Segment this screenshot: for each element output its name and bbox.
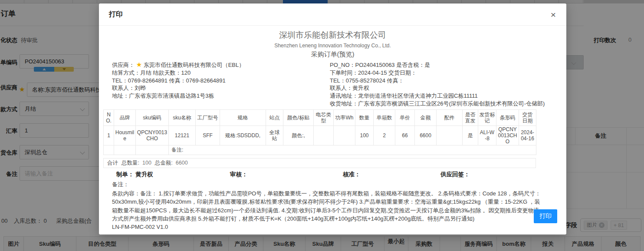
supplier-signature: 供应回签： <box>440 171 470 178</box>
supplier-name: 东莞市佰仕通数码科技有限公司（EBL） <box>144 62 245 68</box>
header-cell: 品牌 <box>114 109 136 126</box>
modal-header: 打印 <box>99 3 566 26</box>
print-button[interactable]: 打印 <box>534 209 557 223</box>
cell-no: 1 <box>104 126 114 145</box>
buyer-contact-line: 联系人：黄升权 <box>330 84 545 92</box>
approve-signature: 核准： <box>343 171 440 178</box>
header-cell: sku名称 <box>169 109 196 126</box>
cell-battery-type <box>314 126 334 145</box>
header-cell: 交货日期 <box>519 109 536 126</box>
empty-cell <box>114 145 136 155</box>
header-cell: 单价 <box>395 109 415 126</box>
cell-accessory <box>437 126 463 145</box>
item-remark-label: 备注: <box>169 145 536 155</box>
cell-ship-mark: ALI-W-8 <box>478 126 496 145</box>
item-remark-row: 备注: <box>104 145 536 155</box>
table-header-row: NO. 品牌 sku编码 sku名称 工厂型号 规格 站点 颜色/标贴 电芯类型… <box>104 109 536 126</box>
header-cell: 规格 <box>220 109 266 126</box>
company-block: 深圳市乐能创新技术有限公司 Shenzhen Leneng Innovation… <box>99 30 566 59</box>
buyer-info-column: PO_NO：PO2404150063 是否含税：是 下单时间：2024-04-1… <box>330 61 545 108</box>
header-cell: 条形码 <box>496 109 519 126</box>
total-qty-value: 100 <box>142 160 151 166</box>
cell-qty: 100 <box>355 126 374 145</box>
header-cell: 单箱数 <box>374 109 395 126</box>
signature-row: 制单： 黄升权 审核： 核准： 供应回签： <box>116 171 566 178</box>
cell-site: 全球站 <box>266 126 283 145</box>
empty-cell <box>104 145 114 155</box>
cell-sku-code: QPCNY0013CHO <box>136 126 169 145</box>
print-modal: 打印 × 深圳市乐能创新技术有限公司 Shenzhen Leneng Innov… <box>99 3 566 234</box>
doc-code: LN-FM-PMC-002 V1.0 <box>99 224 566 230</box>
table-row: 1 Housmile QPCNY0013CHO 12121 SFF 规格:SDS… <box>104 126 536 145</box>
supplier-info-column: 供应商： ★ 东莞市佰仕通数码科技有限公司（EBL） 结算方式：月结 结款天数：… <box>112 61 330 108</box>
buyer-tel-line: TEL：0755-85278024 传真： <box>330 77 545 85</box>
empty-cell <box>136 145 169 155</box>
header-cell: 数量 <box>355 109 374 126</box>
header-cell: NO. <box>104 109 114 126</box>
cell-brand: Housmile <box>114 126 136 145</box>
supplier-tel-line: TEL：0769-82664891 传真：0769-82664891 <box>112 77 330 85</box>
total-amount-label: 总金额: <box>155 159 173 167</box>
modal-title: 打印 <box>109 10 123 19</box>
totals-row: 合计 总数量: 100 总金额: 6600 <box>103 158 536 168</box>
delivery-address-line: 收货地址：广东省东莞市横沥镇三江工业区26号(深圳市乐能创新技术有限公司-仓储部… <box>330 100 545 108</box>
total-amount-value: 6600 <box>176 160 188 166</box>
header-cell: 金额 <box>415 109 437 126</box>
header-cell: sku编码 <box>136 109 169 126</box>
cell-color: 颜色:, <box>283 126 314 145</box>
cell-sku-name: 12121 <box>169 126 196 145</box>
supplier-prefix: 供应商： <box>112 62 135 68</box>
cell-amount: 6600 <box>415 126 437 145</box>
maker-value: 黄升权 <box>135 171 153 178</box>
header-cell: 工厂型号 <box>196 109 220 126</box>
maker-signature: 制单： 黄升权 <box>116 171 230 178</box>
review-signature: 审核： <box>230 171 343 178</box>
supplier-contact-line: 联系人：刘晔 <box>112 84 330 92</box>
po-no-line: PO_NO：PO2404150063 是否含税：是 <box>330 61 545 69</box>
header-cell: 发货标记 <box>478 109 496 126</box>
header-cell: 功率Wh <box>334 109 355 126</box>
cell-power <box>334 126 355 145</box>
cell-delivery-date: 2024-04-16 <box>519 126 536 145</box>
supplier-line: 供应商： ★ 东莞市佰仕通数码科技有限公司（EBL） <box>112 61 330 69</box>
header-cell: 站点 <box>266 109 283 126</box>
cell-factory-model: SFF <box>196 126 220 145</box>
cell-per-box: 2 <box>374 126 395 145</box>
company-name-cn: 深圳市乐能创新技术有限公司 <box>99 30 566 41</box>
company-name-en: Shenzhen Leneng Innovation Technology Co… <box>99 43 566 49</box>
header-cell: 配件 <box>437 109 463 126</box>
po-remark-line: 备注： <box>99 178 566 188</box>
total-qty-label: 总数量: <box>122 159 139 167</box>
maker-label: 制单： <box>116 171 134 178</box>
star-icon: ★ <box>136 61 142 68</box>
supplier-address-line: 地址：广东省东莞市清溪镇昌达路1号3栋 <box>112 92 330 100</box>
doc-title: 采购订单(预览) <box>99 50 566 59</box>
po-info: 供应商： ★ 东莞市佰仕通数码科技有限公司（EBL） 结算方式：月结 结款天数：… <box>99 59 566 108</box>
po-items-table: NO. 品牌 sku编码 sku名称 工厂型号 规格 站点 颜色/标贴 电芯类型… <box>103 109 536 155</box>
close-icon[interactable]: × <box>551 10 556 19</box>
terms-paragraph: 条款内容：备注： 1.按订单要求做货，功能性产品需喷PO号，单箱数量要统一，交整… <box>99 189 555 223</box>
cell-unit-price: 66 <box>395 126 415 145</box>
total-label: 合计 <box>107 159 118 167</box>
settlement-line: 结算方式：月结 结款天数：120 <box>112 69 330 77</box>
cell-barcode: QPCNY0013CHO <box>496 126 519 145</box>
cell-direct-ship: 是 <box>463 126 478 145</box>
cell-spec: 规格:SDSDDD, <box>220 126 266 145</box>
order-date-line: 下单时间：2024-04-15 交货日期： <box>330 69 545 77</box>
header-cell: 电芯类型 <box>314 109 334 126</box>
comm-address-line: 通讯地址：龙华街道清华社区华清大道神力工业园C栋11111 <box>330 92 545 100</box>
header-cell: 是否直发 <box>463 109 478 126</box>
header-cell: 颜色/标贴 <box>283 109 314 126</box>
